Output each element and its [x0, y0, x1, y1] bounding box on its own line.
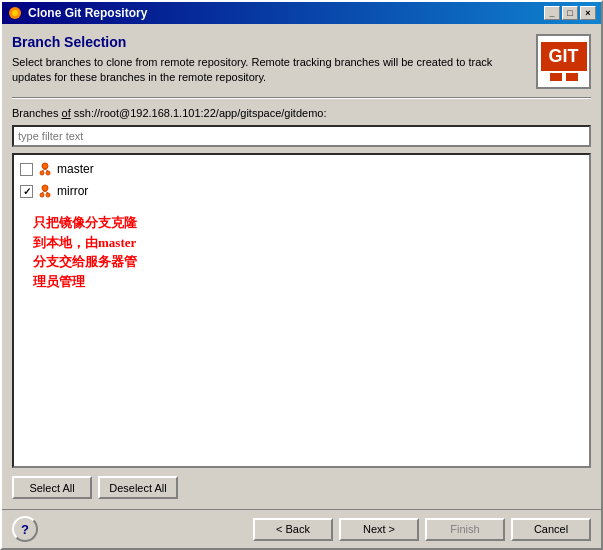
select-all-button[interactable]: Select All — [12, 476, 92, 499]
git-logo: GIT — [536, 34, 591, 89]
header-description: Select branches to clone from remote rep… — [12, 55, 526, 86]
svg-point-2 — [42, 163, 48, 169]
cancel-button[interactable]: Cancel — [511, 518, 591, 541]
svg-point-8 — [40, 193, 44, 197]
separator — [12, 97, 591, 99]
git-rect-left — [550, 73, 562, 81]
git-logo-decoration — [550, 73, 578, 81]
branch-list: master mirror 只把镜像分支克隆到本地，由master分支交给服务器… — [12, 153, 591, 468]
svg-line-6 — [45, 169, 48, 171]
branch-checkbox-mirror[interactable] — [20, 185, 33, 198]
close-button[interactable]: × — [580, 6, 596, 20]
main-content: Branch Selection Select branches to clon… — [2, 24, 601, 509]
branches-label-prefix: Branches — [12, 107, 62, 119]
branch-icon-master — [37, 161, 53, 177]
branches-label: Branches of ssh://root@192.168.1.101:22/… — [12, 107, 591, 119]
back-button[interactable]: < Back — [253, 518, 333, 541]
header-section: Branch Selection Select branches to clon… — [12, 34, 591, 89]
footer-left: ? — [12, 516, 38, 542]
minimize-button[interactable]: _ — [544, 6, 560, 20]
main-window: Clone Git Repository _ □ × Branch Select… — [0, 0, 603, 550]
filter-input[interactable] — [12, 125, 591, 147]
help-button[interactable]: ? — [12, 516, 38, 542]
branch-label-mirror: mirror — [57, 184, 88, 198]
finish-button[interactable]: Finish — [425, 518, 505, 541]
bottom-buttons-row: Select All Deselect All — [12, 476, 591, 499]
branch-icon-mirror — [37, 183, 53, 199]
svg-line-5 — [42, 169, 45, 171]
deselect-all-button[interactable]: Deselect All — [98, 476, 178, 499]
header-text-block: Branch Selection Select branches to clon… — [12, 34, 526, 86]
svg-line-10 — [42, 191, 45, 193]
svg-point-4 — [46, 171, 50, 175]
title-bar-buttons: _ □ × — [544, 6, 596, 20]
branch-item-mirror: mirror — [18, 181, 585, 201]
next-button[interactable]: Next > — [339, 518, 419, 541]
window-icon — [7, 5, 23, 21]
page-title: Branch Selection — [12, 34, 526, 50]
maximize-button[interactable]: □ — [562, 6, 578, 20]
note-text: 只把镜像分支克隆到本地，由master分支交给服务器管理员管理 — [18, 203, 585, 301]
branches-label-link: of — [62, 107, 71, 119]
svg-line-11 — [45, 191, 48, 193]
git-logo-inner: GIT — [538, 42, 589, 81]
branch-item-master: master — [18, 159, 585, 179]
footer: ? < Back Next > Finish Cancel — [2, 509, 601, 548]
svg-point-7 — [42, 185, 48, 191]
svg-point-1 — [12, 10, 18, 16]
svg-point-9 — [46, 193, 50, 197]
window-title: Clone Git Repository — [28, 6, 544, 20]
footer-nav-buttons: < Back Next > Finish Cancel — [253, 518, 591, 541]
git-logo-text: GIT — [541, 42, 587, 71]
title-bar: Clone Git Repository _ □ × — [2, 2, 601, 24]
svg-point-3 — [40, 171, 44, 175]
branch-label-master: master — [57, 162, 94, 176]
branches-label-suffix: ssh://root@192.168.1.101:22/app/gitspace… — [71, 107, 327, 119]
git-rect-right — [566, 73, 578, 81]
branch-checkbox-master[interactable] — [20, 163, 33, 176]
